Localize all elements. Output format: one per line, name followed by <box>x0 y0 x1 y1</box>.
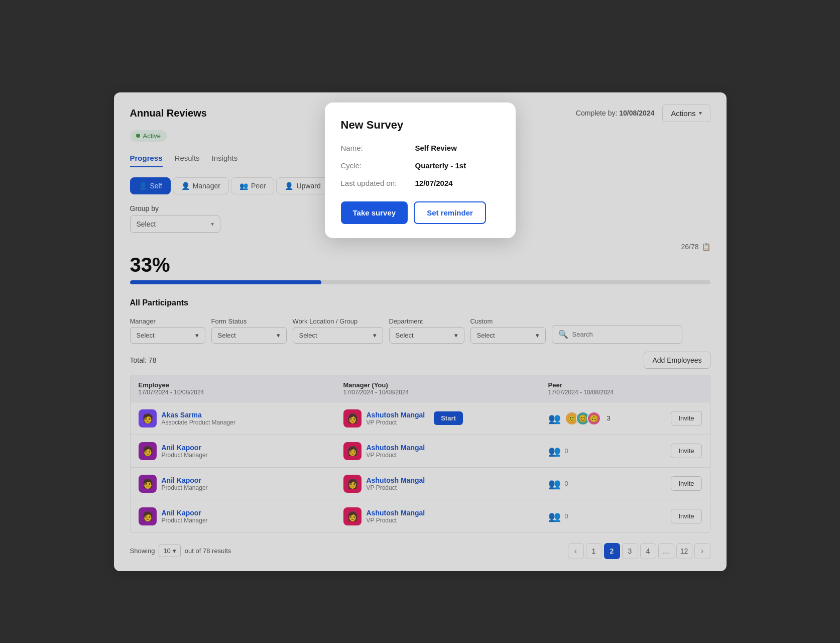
modal-name-value: Self Review <box>415 144 457 152</box>
modal-cycle-value: Quarterly - 1st <box>415 161 466 170</box>
modal-last-updated-value: 12/07/2024 <box>415 179 453 187</box>
modal-name-field: Name: Self Review <box>341 144 500 152</box>
main-card: Annual Reviews Complete by: 10/08/2024 A… <box>114 92 727 571</box>
new-survey-modal: New Survey Name: Self Review Cycle: Quar… <box>325 102 516 238</box>
modal-last-updated-label: Last updated on: <box>341 179 411 187</box>
modal-title: New Survey <box>341 119 500 132</box>
modal-last-updated-field: Last updated on: 12/07/2024 <box>341 179 500 187</box>
take-survey-button[interactable]: Take survey <box>341 201 408 224</box>
set-reminder-button[interactable]: Set reminder <box>414 201 486 224</box>
modal-cycle-field: Cycle: Quarterly - 1st <box>341 161 500 170</box>
modal-actions: Take survey Set reminder <box>341 201 500 224</box>
modal-cycle-label: Cycle: <box>341 161 411 170</box>
modal-name-label: Name: <box>341 144 411 152</box>
